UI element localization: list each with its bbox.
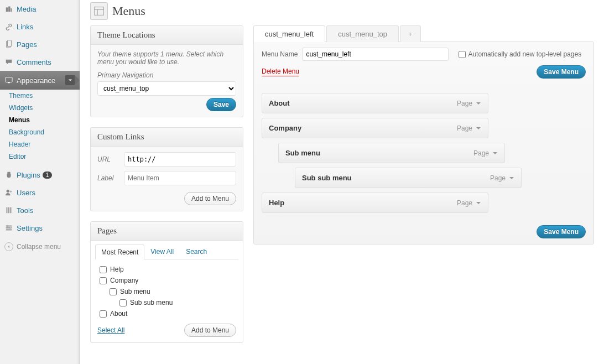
save-menu-bottom[interactable]: Save Menu (537, 225, 586, 238)
pages-icon (4, 40, 13, 49)
svg-rect-11 (11, 207, 12, 214)
nav-tools[interactable]: Tools (0, 201, 80, 219)
menu-item-company[interactable]: CompanyPage (262, 118, 488, 138)
menu-name-label: Menu Name (262, 50, 298, 58)
svg-rect-1 (8, 7, 11, 12)
custom-links-title: Custom Links (91, 128, 243, 147)
chevron-down-icon (492, 150, 498, 156)
tools-icon (4, 206, 13, 215)
subnav-editor[interactable]: Editor (6, 150, 80, 163)
menu-item-submenu[interactable]: Sub menuPage (278, 143, 505, 163)
svg-rect-2 (11, 8, 12, 12)
pages-add[interactable]: Add to Menu (184, 324, 236, 337)
svg-rect-9 (7, 207, 8, 214)
menu-item-help[interactable]: HelpPage (262, 193, 488, 213)
pages-box: Pages Most Recent View All Search Help C… (90, 221, 243, 343)
media-icon (4, 4, 13, 13)
appearance-subnav: Themes Widgets Menus Background Header E… (0, 90, 80, 166)
subnav-header[interactable]: Header (6, 138, 80, 150)
page-check-help[interactable]: Help (100, 264, 236, 275)
plugins-badge: 1 (43, 171, 53, 179)
subnav-widgets[interactable]: Widgets (6, 102, 80, 114)
custom-links-box: Custom Links URL Label Add to Menu (90, 127, 243, 211)
url-input[interactable] (124, 152, 236, 167)
svg-rect-6 (8, 82, 10, 84)
settings-icon (4, 223, 13, 232)
menu-name-input[interactable] (302, 48, 449, 61)
pages-tab-search[interactable]: Search (180, 244, 213, 259)
pages-tab-viewall[interactable]: View All (144, 244, 180, 259)
nav-links[interactable]: Links (0, 18, 80, 35)
menu-panel: Menu Name Automatically add new top-leve… (253, 41, 594, 245)
page-title: Menus (112, 4, 145, 18)
menu-tab-left[interactable]: cust_menu_left (253, 25, 325, 42)
menu-item-about[interactable]: AboutPage (262, 93, 488, 113)
main-content: Menus Theme Locations Your theme support… (80, 0, 604, 364)
svg-point-8 (10, 191, 12, 193)
nav-plugins[interactable]: Plugins1 (0, 166, 80, 184)
nav-users[interactable]: Users (0, 184, 80, 201)
chevron-down-icon (476, 126, 481, 131)
svg-point-16 (9, 227, 11, 229)
subnav-background[interactable]: Background (6, 126, 80, 138)
links-icon (4, 22, 13, 31)
primary-nav-select[interactable]: cust_menu_top (97, 81, 236, 96)
svg-rect-0 (6, 7, 8, 12)
pages-box-title: Pages (91, 222, 243, 241)
chevron-down-icon (509, 175, 514, 181)
appearance-icon (4, 76, 13, 85)
svg-rect-5 (6, 77, 12, 82)
page-check-about[interactable]: About (100, 308, 236, 319)
nav-comments[interactable]: Comments (0, 53, 80, 71)
svg-rect-10 (8, 207, 9, 214)
svg-rect-4 (7, 40, 11, 46)
svg-rect-14 (6, 230, 12, 231)
chevron-down-icon (476, 200, 481, 206)
pages-select-all[interactable]: Select All (97, 326, 124, 334)
menus-page-icon (90, 2, 108, 20)
primary-nav-label: Primary Navigation (97, 71, 236, 79)
nav-appearance[interactable]: Appearance (0, 71, 80, 90)
menu-tab-add[interactable]: + (400, 25, 421, 42)
chevron-down-icon (476, 101, 481, 106)
url-label: URL (97, 155, 124, 163)
svg-point-15 (7, 225, 8, 227)
comments-icon (4, 58, 13, 66)
theme-locations-save[interactable]: Save (206, 98, 236, 111)
subnav-menus[interactable]: Menus (6, 114, 80, 126)
label-input[interactable] (124, 171, 236, 185)
theme-locations-desc: Your theme supports 1 menu. Select which… (97, 50, 236, 66)
nav-media[interactable]: Media (0, 0, 80, 18)
theme-locations-title: Theme Locations (91, 26, 243, 45)
collapse-icon (4, 242, 13, 251)
pages-tab-recent[interactable]: Most Recent (95, 245, 144, 259)
plugins-icon (4, 170, 13, 179)
menu-item-subsubmenu[interactable]: Sub sub menuPage (295, 168, 522, 188)
custom-links-add[interactable]: Add to Menu (184, 192, 236, 205)
delete-menu-link[interactable]: Delete Menu (262, 67, 299, 76)
admin-sidebar: Media Links Pages Comments Appearance Th… (0, 0, 80, 364)
svg-point-7 (7, 190, 9, 193)
auto-add-checkbox[interactable]: Automatically add new top-level pages (459, 50, 581, 58)
svg-rect-17 (95, 7, 104, 15)
users-icon (4, 188, 13, 197)
label-label: Label (97, 174, 124, 182)
page-check-company[interactable]: Company (100, 275, 236, 286)
save-menu-top[interactable]: Save Menu (537, 65, 586, 79)
menu-tab-top[interactable]: cust_menu_top (326, 25, 399, 42)
page-check-subsubmenu[interactable]: Sub sub menu (100, 297, 236, 308)
nav-pages[interactable]: Pages (0, 35, 80, 53)
collapse-menu[interactable]: Collapse menu (0, 237, 80, 257)
chevron-down-icon (65, 75, 75, 85)
nav-settings[interactable]: Settings (0, 219, 80, 237)
page-check-submenu[interactable]: Sub menu (100, 286, 236, 297)
subnav-themes[interactable]: Themes (6, 90, 80, 102)
theme-locations-box: Theme Locations Your theme supports 1 me… (90, 25, 243, 117)
